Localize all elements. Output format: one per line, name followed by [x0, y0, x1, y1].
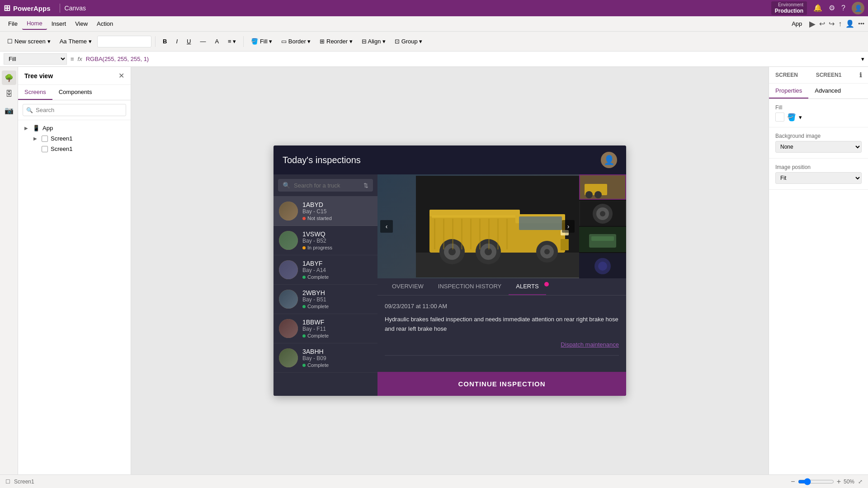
image-carousel: ‹ › [377, 174, 626, 278]
tree-app-item[interactable]: ▶ 📱 App [18, 123, 131, 133]
menu-action[interactable]: Action [92, 18, 118, 29]
menu-insert[interactable]: Insert [47, 18, 71, 29]
truck-item-1abyd[interactable]: 1ABYD Bay - C15 Not started [274, 197, 377, 226]
svg-point-35 [600, 211, 605, 216]
screens-tab[interactable]: Screens [18, 85, 52, 100]
media-icon[interactable]: 📷 [2, 103, 16, 117]
svg-rect-22 [461, 219, 462, 249]
carousel-prev[interactable]: ‹ [380, 220, 393, 233]
env-label: Environment [775, 2, 803, 8]
property-select[interactable]: Fill [4, 53, 67, 65]
truck-item-3abhh[interactable]: 3ABHH Bay - B09 Complete [274, 343, 377, 373]
menu-home[interactable]: Home [22, 18, 47, 30]
fullscreen-button[interactable]: ⤢ [858, 479, 863, 485]
inspection-history-tab[interactable]: INSPECTION HISTORY [431, 278, 509, 295]
menu-view[interactable]: View [71, 18, 92, 29]
fill-label: Fill [775, 104, 862, 111]
svg-rect-38 [591, 236, 614, 241]
thumbnail-2[interactable] [579, 201, 626, 226]
paint-bucket-icon[interactable]: 🪣 [787, 113, 796, 122]
checkbox-2[interactable] [42, 146, 48, 152]
truck-item-2wbyh[interactable]: 2WBYH Bay - B51 Complete [274, 285, 377, 314]
border-button[interactable]: ▭ Border ▾ [278, 36, 314, 47]
truck-item-1bbwf[interactable]: 1BBWF Bay - F11 Complete [274, 314, 377, 343]
screen1-item-1[interactable]: ▶ Screen1 [27, 133, 131, 144]
status-screen-name: Screen1 [14, 479, 34, 485]
thumbnail-4[interactable] [579, 253, 626, 278]
image-position-select[interactable]: Fit [775, 172, 862, 184]
align-objects-button[interactable]: ⊟ Align ▾ [358, 36, 389, 47]
truck-item-1vswq[interactable]: 1VSWQ Bay - B52 In progress [274, 226, 377, 255]
alerts-tab[interactable]: ALERTS [509, 278, 546, 295]
svg-rect-26 [497, 219, 499, 249]
formula-expand-icon[interactable]: ▾ [861, 56, 864, 62]
thumbnail-1[interactable] [579, 174, 626, 200]
close-panel-button[interactable]: ✕ [118, 71, 124, 80]
treeview-icon[interactable]: 🌳 [2, 70, 16, 85]
screen1-label-2: Screen1 [51, 145, 72, 152]
theme-button[interactable]: Aa Theme ▾ [56, 36, 95, 47]
separator-2 [243, 36, 244, 47]
undo-icon[interactable]: ↩ [819, 19, 825, 28]
truck-search-inner: 🔍 ⇅ [278, 179, 373, 192]
zoom-plus-button[interactable]: + [837, 478, 841, 486]
properties-tab[interactable]: Properties [769, 84, 808, 99]
fill-button[interactable]: 🪣 Fill ▾ [247, 36, 276, 47]
theme-icon: Aa [60, 38, 67, 45]
strikethrough-button[interactable]: — [196, 36, 209, 47]
truck-info-1bbwf: 1BBWF Bay - F11 Complete [302, 319, 372, 338]
color-picker-input[interactable] [97, 36, 151, 47]
expand-fill-icon[interactable]: ▾ [799, 114, 802, 121]
play-icon[interactable]: ▶ [809, 19, 816, 29]
notification-icon[interactable]: 🔔 [813, 4, 822, 12]
truck-item-1abyf[interactable]: 1ABYF Bay - A14 Complete [274, 255, 377, 285]
advanced-tab[interactable]: Advanced [808, 84, 847, 99]
app-preview: Today's inspections 👤 🔍 ⇅ [274, 145, 626, 396]
publish-icon[interactable]: ↑ [838, 20, 842, 28]
share-icon[interactable]: 👤 [845, 19, 854, 28]
settings-icon[interactable]: ⚙ [829, 4, 835, 12]
truck-info-2wbyh: 2WBYH Bay - B51 Complete [302, 289, 372, 309]
bold-button[interactable]: B [159, 36, 170, 47]
italic-button[interactable]: I [172, 36, 181, 47]
formula-value[interactable]: RGBA(255, 255, 255, 1) [86, 56, 858, 62]
overview-tab[interactable]: OVERVIEW [385, 278, 431, 295]
fill-color-swatch[interactable] [775, 113, 784, 122]
reorder-button[interactable]: ⊞ Reorder ▾ [316, 36, 356, 47]
help-icon[interactable]: ? [841, 4, 845, 12]
status-dot-3abhh [302, 364, 306, 367]
truck-name-1vswq: 1VSWQ [302, 230, 372, 238]
redo-icon[interactable]: ↪ [829, 19, 835, 28]
search-input[interactable] [23, 104, 126, 116]
datasource-icon[interactable]: 🗄 [2, 87, 16, 101]
sort-icon[interactable]: ⇅ [363, 182, 368, 189]
font-color-button[interactable]: A [211, 36, 222, 47]
status-dot-2wbyh [302, 305, 306, 308]
group-button[interactable]: ⊡ Group ▾ [391, 36, 426, 47]
background-image-select[interactable]: None [775, 141, 862, 153]
carousel-next[interactable]: › [562, 220, 575, 233]
continue-inspection-button[interactable]: CONTINUE INSPECTION [377, 372, 626, 396]
new-screen-button[interactable]: ☐ New screen ▾ [4, 36, 54, 47]
zoom-minus-button[interactable]: − [791, 478, 795, 486]
menu-file[interactable]: File [4, 18, 22, 29]
svg-rect-27 [506, 219, 508, 249]
menu-ellipsis[interactable]: ••• [858, 20, 864, 27]
underline-button[interactable]: U [183, 36, 194, 47]
user-icon[interactable]: 👤 [852, 2, 864, 14]
zoom-slider[interactable] [798, 478, 834, 485]
align-button[interactable]: ≡ ▾ [224, 36, 240, 47]
thumbnail-strip [579, 174, 626, 278]
thumbnail-3[interactable] [579, 227, 626, 252]
components-tab[interactable]: Components [52, 85, 99, 100]
checkbox-1[interactable] [42, 136, 48, 142]
formula-equals: = [71, 56, 74, 62]
screen1-item-2[interactable]: Screen1 [27, 144, 131, 154]
truck-status-1bbwf: Complete [302, 333, 372, 338]
app-button[interactable]: App [788, 19, 806, 29]
status-text-1vswq: In progress [307, 245, 332, 250]
truck-avatar-1bbwf [279, 319, 298, 338]
truck-search-input[interactable] [294, 182, 360, 189]
menu-bar: File Home Insert View Action App ▶ ↩ ↪ ↑… [0, 16, 868, 32]
dispatch-maintenance-link[interactable]: Dispatch maintenance [385, 341, 619, 348]
